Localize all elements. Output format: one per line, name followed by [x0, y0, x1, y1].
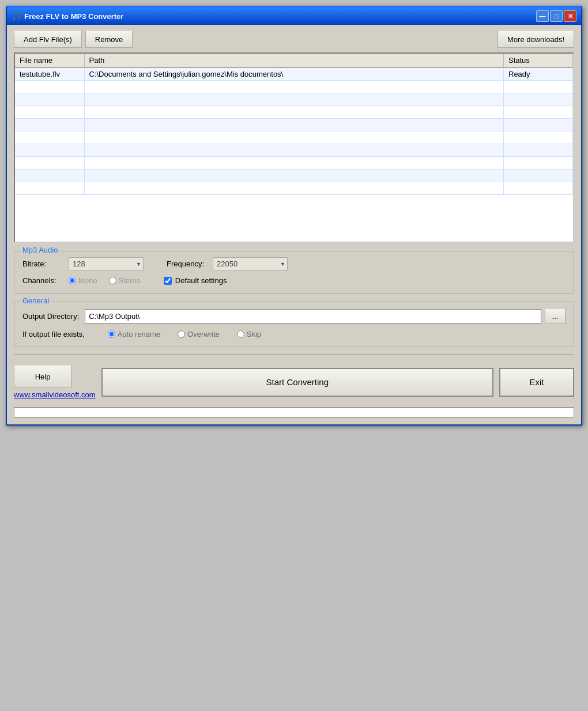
output-dir-input-row: ... [85, 308, 566, 324]
app-icon: 🎵 [12, 12, 21, 21]
cell-filename: testutube.flv [15, 67, 84, 81]
close-button[interactable]: ✕ [564, 10, 576, 22]
website-link[interactable]: www.smallvideosoft.com [14, 390, 96, 399]
default-settings-label[interactable]: Default settings [164, 276, 227, 285]
mono-radio-label[interactable]: Mono [69, 276, 97, 285]
skip-radio[interactable] [237, 330, 244, 338]
stereo-radio[interactable] [109, 277, 116, 284]
frequency-select[interactable]: 8000110252205044100 [213, 257, 288, 270]
bitrate-select-wrapper: 6496128160192256320 ▼ [69, 257, 144, 270]
overwrite-label[interactable]: Overwrite [178, 330, 220, 338]
stereo-label-text: Stereo [119, 276, 141, 285]
table-row-empty [15, 106, 573, 119]
table-row-empty [15, 131, 573, 144]
mp3-audio-group: Mp3 Audio Bitrate: 6496128160192256320 ▼… [14, 251, 574, 294]
if-exists-label: If output file exists, [22, 330, 85, 338]
col-header-path: Path [84, 54, 504, 67]
channels-label: Channels: [22, 276, 63, 285]
default-settings-checkbox[interactable] [164, 277, 172, 285]
table-row-empty [15, 182, 573, 195]
overwrite-radio[interactable] [178, 330, 185, 338]
maximize-button[interactable]: □ [550, 10, 563, 22]
table-row-empty [15, 144, 573, 157]
toolbar: Add Flv File(s) Remove More downloads! [14, 31, 574, 48]
bottom-bar: Help www.smallvideosoft.com Start Conver… [14, 362, 574, 400]
frequency-label: Frequency: [167, 259, 207, 268]
table-row-empty [15, 170, 573, 182]
mono-label-text: Mono [78, 276, 97, 285]
file-table-container: File name Path Status testutube.flvC:\Do… [14, 52, 574, 243]
main-window: 🎵 Freez FLV to MP3 Converter — □ ✕ Add F… [6, 6, 582, 426]
table-row[interactable]: testutube.flvC:\Documents and Settings\j… [15, 67, 573, 81]
output-dir-input[interactable] [85, 309, 541, 323]
mp3-audio-legend: Mp3 Audio [20, 246, 60, 254]
add-files-button[interactable]: Add Flv File(s) [14, 31, 82, 48]
bitrate-select[interactable]: 6496128160192256320 [69, 257, 144, 270]
auto-rename-label[interactable]: Auto rename [108, 330, 160, 338]
col-header-status: Status [504, 54, 573, 67]
help-button[interactable]: Help [14, 365, 71, 388]
table-row-empty [15, 119, 573, 131]
channels-row: Channels: Mono Stereo Default settings [22, 276, 566, 285]
table-row-empty [15, 81, 573, 93]
table-row-empty [15, 93, 573, 106]
overwrite-text: Overwrite [187, 330, 220, 338]
separator [14, 354, 574, 355]
minimize-button[interactable]: — [536, 10, 549, 22]
col-header-filename: File name [15, 54, 84, 67]
file-table: File name Path Status testutube.flvC:\Do… [15, 54, 573, 195]
main-content: Add Flv File(s) Remove More downloads! F… [7, 25, 581, 424]
title-bar: 🎵 Freez FLV to MP3 Converter — □ ✕ [7, 7, 581, 25]
bitrate-row: Bitrate: 6496128160192256320 ▼ Frequency… [22, 257, 566, 270]
remove-button[interactable]: Remove [85, 31, 133, 48]
skip-text: Skip [247, 330, 261, 338]
table-row-empty [15, 157, 573, 170]
window-title: Freez FLV to MP3 Converter [24, 12, 536, 21]
output-dir-row: Output Directory: ... [22, 308, 566, 324]
exit-button[interactable]: Exit [499, 368, 574, 397]
browse-button[interactable]: ... [545, 308, 566, 324]
mono-radio[interactable] [69, 277, 76, 284]
general-legend: General [20, 296, 51, 305]
auto-rename-radio[interactable] [108, 330, 115, 338]
start-converting-button[interactable]: Start Converting [101, 368, 493, 397]
skip-label[interactable]: Skip [237, 330, 261, 338]
general-group: General Output Directory: ... If output … [14, 302, 574, 347]
bottom-left: Help www.smallvideosoft.com [14, 365, 96, 399]
bitrate-label: Bitrate: [22, 259, 63, 268]
cell-path: C:\Documents and Settings\julian.gomez\M… [84, 67, 504, 81]
cell-status: Ready [504, 67, 573, 81]
progress-bar-container [14, 407, 574, 417]
stereo-radio-label[interactable]: Stereo [109, 276, 141, 285]
default-settings-text: Default settings [175, 276, 227, 285]
title-bar-buttons: — □ ✕ [536, 10, 576, 22]
output-dir-label: Output Directory: [22, 312, 79, 321]
if-exists-row: If output file exists, Auto rename Overw… [22, 330, 566, 338]
frequency-select-wrapper: 8000110252205044100 ▼ [213, 257, 288, 270]
more-downloads-button[interactable]: More downloads! [497, 31, 574, 48]
auto-rename-text: Auto rename [118, 330, 160, 338]
